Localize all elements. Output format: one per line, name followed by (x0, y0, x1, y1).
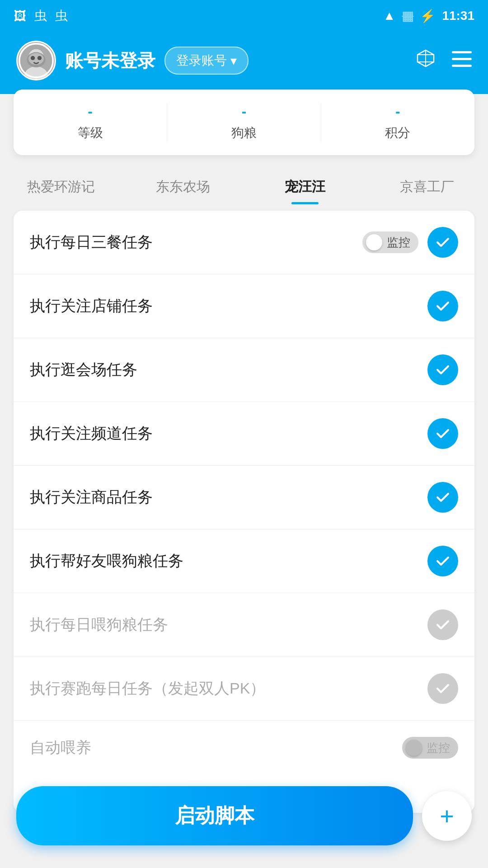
stats-card: - 等级 - 狗粮 - 积分 (14, 90, 474, 155)
tab-chongwang[interactable]: 宠汪汪 (244, 169, 366, 204)
status-bar: 🖼 虫 虫 ▲ ▦ ⚡ 11:31 (0, 0, 488, 32)
status-bar-right: ▲ ▦ ⚡ 11:31 (383, 9, 474, 24)
task-check-icon[interactable] (427, 227, 458, 258)
bug-icon-1: 虫 (34, 7, 47, 24)
toggle-circle (366, 234, 382, 250)
header-left: 账号未登录 登录账号 ▾ (16, 41, 249, 80)
avatar[interactable] (16, 41, 56, 80)
stat-dogfood: - 狗粮 (167, 103, 321, 142)
start-button[interactable]: 启动脚本 (16, 786, 413, 845)
task-check-icon[interactable] (427, 354, 458, 385)
cube-icon[interactable] (416, 48, 436, 73)
task-label: 执行关注频道任务 (30, 423, 153, 444)
task-label: 自动喂养 (30, 737, 91, 758)
task-right (427, 291, 458, 321)
tab-jingxi[interactable]: 京喜工厂 (366, 169, 488, 204)
table-row: 执行关注店铺任务 (14, 274, 474, 338)
stat-points: - 积分 (321, 103, 474, 142)
task-right (427, 482, 458, 513)
task-label: 执行逛会场任务 (30, 359, 137, 380)
tab-bar: 热爱环游记 东东农场 宠汪汪 京喜工厂 (0, 164, 488, 204)
photo-icon: 🖼 (14, 9, 26, 24)
header: 账号未登录 登录账号 ▾ (0, 32, 488, 94)
table-row: 执行帮好友喂狗粮任务 (14, 529, 474, 593)
header-right (416, 48, 472, 73)
toggle-circle (406, 740, 422, 756)
task-label: 执行关注商品任务 (30, 487, 153, 508)
table-row: 执行每日喂狗粮任务 (14, 593, 474, 657)
task-right (427, 354, 458, 385)
task-label: 执行关注店铺任务 (30, 296, 153, 316)
table-row: 执行逛会场任务 (14, 338, 474, 402)
task-check-icon[interactable] (427, 418, 458, 449)
table-row: 执行关注商品任务 (14, 466, 474, 529)
monitor-toggle[interactable]: 监控 (362, 231, 418, 253)
task-label: 执行每日喂狗粮任务 (30, 614, 168, 635)
task-label: 执行帮好友喂狗粮任务 (30, 551, 183, 571)
bug-icon-2: 虫 (55, 7, 68, 24)
svg-point-6 (31, 56, 35, 60)
login-button[interactable]: 登录账号 ▾ (164, 47, 249, 75)
tab-dongdong[interactable]: 东东农场 (122, 169, 244, 204)
fab-add-button[interactable]: + (422, 791, 472, 841)
monitor-toggle-disabled[interactable]: 监控 (402, 737, 458, 759)
task-check-icon[interactable] (427, 673, 458, 704)
task-label: 执行每日三餐任务 (30, 232, 153, 253)
task-right (427, 546, 458, 576)
status-bar-left: 🖼 虫 虫 (14, 7, 68, 24)
table-row: 执行每日三餐任务 监控 (14, 211, 474, 274)
task-right (427, 418, 458, 449)
dropdown-arrow-icon: ▾ (230, 53, 237, 68)
signal-off-icon: ▦ (402, 9, 413, 24)
wifi-icon: ▲ (383, 9, 396, 23)
task-label: 执行赛跑每日任务（发起双人PK） (30, 678, 265, 699)
svg-rect-12 (452, 51, 472, 53)
tasks-list: 执行每日三餐任务 监控 执行关注店铺任务 执行逛会场任务 (14, 211, 474, 813)
task-right: 监控 (362, 227, 458, 258)
svg-rect-14 (452, 65, 472, 67)
svg-rect-13 (452, 58, 472, 60)
stat-level: - 等级 (14, 103, 167, 142)
task-check-icon[interactable] (427, 482, 458, 513)
table-row: 执行关注频道任务 (14, 402, 474, 466)
tab-huanjouji[interactable]: 热爱环游记 (0, 169, 122, 204)
menu-icon[interactable] (452, 49, 472, 72)
svg-point-7 (38, 56, 42, 60)
task-check-icon[interactable] (427, 609, 458, 640)
task-right (427, 609, 458, 640)
time-display: 11:31 (442, 9, 474, 23)
battery-icon: ⚡ (420, 9, 436, 24)
task-right (427, 673, 458, 704)
table-row: 执行赛跑每日任务（发起双人PK） (14, 657, 474, 721)
task-check-icon[interactable] (427, 291, 458, 321)
task-right: 监控 (402, 737, 458, 759)
account-status: 账号未登录 (65, 48, 155, 73)
task-check-icon[interactable] (427, 546, 458, 576)
